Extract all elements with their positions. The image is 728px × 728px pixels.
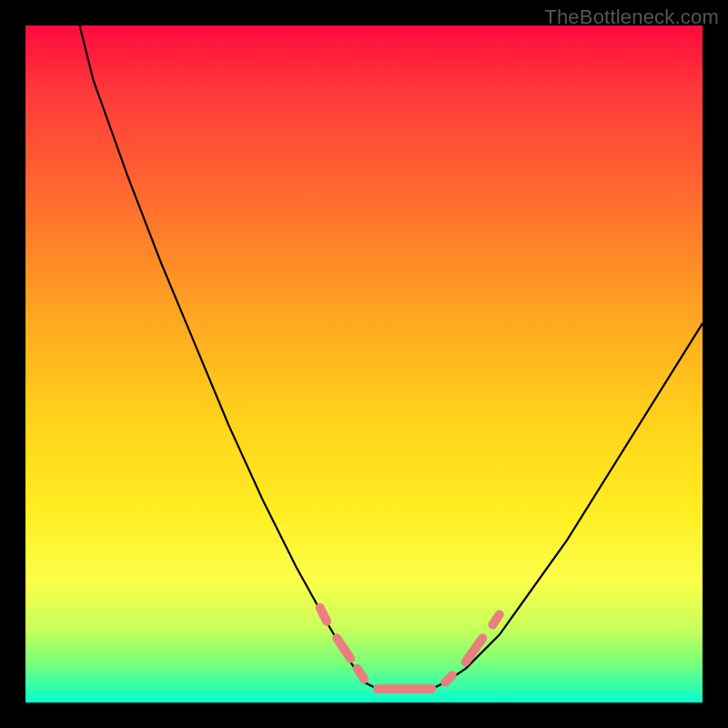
chart-frame: TheBottleneck.com [0, 0, 728, 728]
highlight-dash [445, 675, 451, 682]
highlight-dash [358, 669, 364, 679]
highlight-dash [320, 608, 328, 622]
highlight-dash [492, 614, 499, 624]
highlight-dashes [320, 608, 500, 689]
plot-area [25, 25, 703, 703]
highlight-dash [337, 638, 350, 658]
highlight-dash [466, 638, 483, 662]
watermark-text: TheBottleneck.com [544, 5, 719, 29]
bottleneck-curve-svg [25, 25, 703, 703]
bottleneck-curve-path [80, 25, 703, 693]
